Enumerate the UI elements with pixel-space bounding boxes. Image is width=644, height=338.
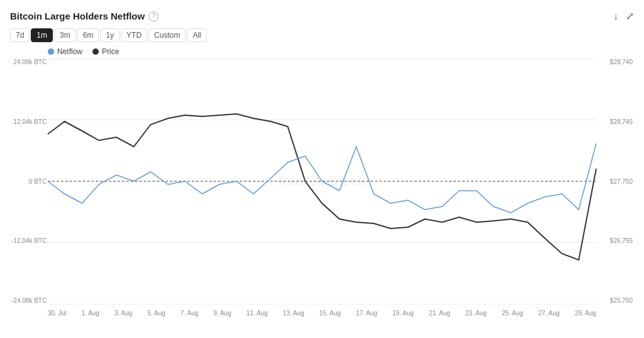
y-right-bottom: $25,760 <box>610 297 633 304</box>
filter-all[interactable]: All <box>187 28 206 42</box>
x-label-5: 9. Aug <box>213 310 231 317</box>
x-label-12: 23. Aug <box>465 310 487 317</box>
price-label: Price <box>102 47 119 56</box>
y-left-top: 24.08k BTC <box>11 59 47 65</box>
chart-container: Bitcoin Large Holders Netflow ? ↓ ⤢ 7d 1… <box>0 0 644 338</box>
x-label-8: 15. Aug <box>319 310 341 317</box>
y-axis-left: 24.08k BTC 12.04k BTC 0 BTC -12.04k BTC … <box>11 59 47 304</box>
y-axis-right: $29,740 $28,745 $27,750 $26,755 $25,760 <box>610 59 633 304</box>
filter-1m[interactable]: 1m <box>31 28 53 42</box>
filter-3m[interactable]: 3m <box>54 28 76 42</box>
x-label-4: 7. Aug <box>180 310 198 317</box>
y-right-upper: $28,745 <box>610 118 633 125</box>
x-label-13: 25. Aug <box>502 310 523 317</box>
y-right-top: $29,740 <box>610 59 633 65</box>
x-label-9: 17. Aug <box>356 310 377 317</box>
y-right-lower: $26,755 <box>610 237 633 244</box>
filter-6m[interactable]: 6m <box>77 28 99 42</box>
header-actions: ↓ ⤢ <box>613 10 634 22</box>
y-left-upper: 12.04k BTC <box>11 118 47 125</box>
legend-netflow: Netflow <box>48 47 82 56</box>
filter-7d[interactable]: 7d <box>10 28 30 42</box>
x-label-11: 21. Aug <box>429 310 450 317</box>
x-label-7: 13. Aug <box>283 310 304 317</box>
netflow-dot <box>48 48 54 55</box>
x-label-10: 19. Aug <box>392 310 414 317</box>
y-right-mid: $27,750 <box>610 178 633 185</box>
y-left-lower: -12.04k BTC <box>11 237 47 244</box>
help-icon[interactable]: ? <box>148 11 158 21</box>
chart-svg <box>48 59 596 304</box>
expand-icon[interactable]: ⤢ <box>626 10 634 22</box>
netflow-label: Netflow <box>57 47 82 56</box>
y-left-bottom: -24.08k BTC <box>11 297 47 304</box>
x-label-0: 30. Jul <box>48 310 66 317</box>
x-label-15: 29. Aug <box>575 310 596 317</box>
x-label-3: 5. Aug <box>147 310 165 317</box>
x-axis: 30. Jul 1. Aug 3. Aug 5. Aug 7. Aug 9. A… <box>48 310 596 317</box>
y-left-mid: 0 BTC <box>11 178 47 185</box>
price-line <box>48 114 596 260</box>
header-row: Bitcoin Large Holders Netflow ? ↓ ⤢ <box>10 10 634 22</box>
download-icon[interactable]: ↓ <box>613 11 618 22</box>
filter-1y[interactable]: 1y <box>100 28 119 42</box>
x-label-1: 1. Aug <box>82 310 99 317</box>
chart-area: 24.08k BTC 12.04k BTC 0 BTC -12.04k BTC … <box>48 59 596 304</box>
filter-custom[interactable]: Custom <box>148 28 186 42</box>
time-filters: 7d 1m 3m 6m 1y YTD Custom All <box>10 28 634 42</box>
title-group: Bitcoin Large Holders Netflow ? <box>10 11 158 21</box>
price-dot <box>92 48 99 55</box>
legend: Netflow Price <box>48 47 634 56</box>
x-label-2: 3. Aug <box>114 310 132 317</box>
x-label-14: 27. Aug <box>538 310 560 317</box>
filter-ytd[interactable]: YTD <box>121 28 147 42</box>
x-label-6: 11. Aug <box>247 310 268 317</box>
legend-price: Price <box>92 47 119 56</box>
chart-title: Bitcoin Large Holders Netflow <box>10 11 145 21</box>
